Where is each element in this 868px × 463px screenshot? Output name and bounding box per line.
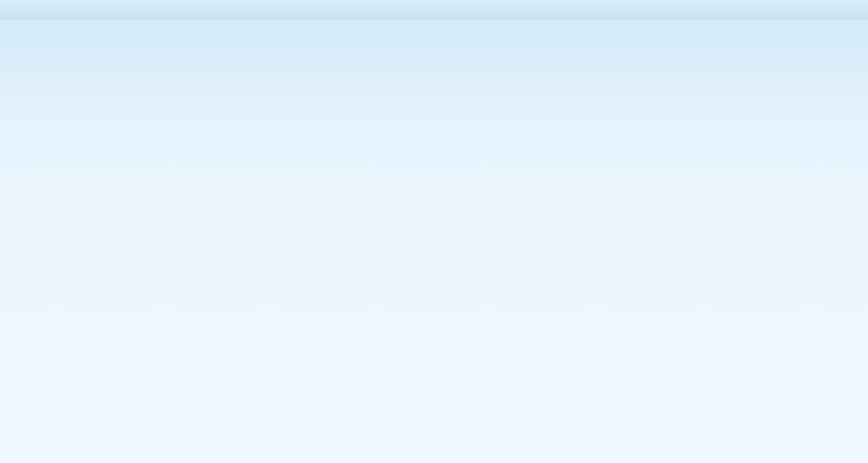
main-content bbox=[0, 19, 868, 33]
page-header bbox=[0, 0, 868, 19]
